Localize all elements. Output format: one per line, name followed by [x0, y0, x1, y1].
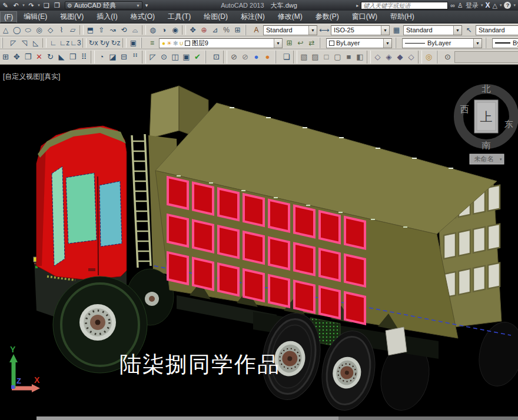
ucs-zaxis-icon[interactable]: ∟z — [59, 38, 70, 48]
array-icon[interactable]: ⠿ — [78, 51, 89, 64]
text-style-icon[interactable]: A — [251, 25, 262, 35]
layer-previous-icon[interactable]: ↩ — [295, 38, 306, 48]
viewcube-east[interactable]: 东 — [504, 119, 513, 129]
subtract-icon[interactable]: ◑ — [158, 25, 170, 35]
vs-realistic-icon[interactable]: ● — [251, 51, 262, 64]
layer-properties-icon[interactable]: ≡ — [147, 38, 158, 48]
command-window-grip-dark[interactable] — [338, 416, 518, 420]
lineweight-combo[interactable]: ByBlock — [492, 38, 518, 48]
ucs-face-icon[interactable]: ◺ — [30, 38, 41, 48]
viewcube-north[interactable]: 北 — [482, 84, 491, 94]
3d-array-rect-icon[interactable]: ⊞ — [0, 51, 11, 64]
table-style-combo[interactable]: Standard ▼ — [403, 25, 462, 35]
layer-translate-icon[interactable]: ⇄ — [306, 38, 317, 48]
signin-button[interactable]: 登录 — [466, 1, 479, 10]
menu-insert[interactable]: 插入(I) — [90, 11, 124, 23]
ucs-apply-icon[interactable]: ▣ — [128, 38, 139, 48]
vs-2d-wireframe-icon[interactable]: ⊘ — [228, 51, 240, 64]
new-file-icon[interactable]: ❏ — [41, 2, 52, 9]
text-style-combo[interactable]: Standard ▼ — [263, 25, 317, 35]
vs-conceptual-icon[interactable]: ● — [262, 51, 273, 64]
ucs-world-icon[interactable]: ◹ — [19, 38, 30, 48]
3d-mirror-icon[interactable]: ❐ — [22, 51, 34, 64]
chevron-down-icon[interactable]: ▼ — [274, 39, 282, 48]
search-binoculars-icon[interactable]: ∞ — [450, 2, 455, 9]
interference-icon[interactable]: ⊕ — [198, 25, 210, 35]
command-window-edge[interactable] — [0, 415, 518, 420]
ucs-origin-icon[interactable]: ∟ — [48, 38, 59, 48]
color-combo[interactable]: ByLayer ▼ — [326, 38, 392, 48]
sweep-icon[interactable]: ↝ — [107, 25, 118, 35]
viewcube-south[interactable]: 南 — [482, 140, 491, 150]
viewport-label[interactable]: [自定义视图][真实] — [3, 72, 60, 81]
toolbar-overflow-icon[interactable]: ▼ — [144, 3, 149, 8]
layer-combo[interactable]: ●☀✻∪ 图层9 ▼ — [159, 38, 283, 48]
pyramid-icon[interactable]: ◇ — [45, 25, 56, 35]
sphere-icon[interactable]: ◯ — [11, 25, 22, 35]
chevron-down-icon[interactable]: ▼ — [473, 39, 482, 48]
menu-help[interactable]: 帮助(H) — [384, 11, 421, 23]
presspull-icon[interactable]: ⇧ — [96, 25, 107, 35]
3d-rotate-icon[interactable]: ↻ — [45, 51, 56, 64]
ucs-z-rotate-icon[interactable]: ↻z — [110, 38, 121, 48]
zoom-realtime-icon[interactable]: ⊙ — [442, 51, 453, 64]
drawing-canvas[interactable]: 陆柒捌同学作品 [自定义视图][真实] X Y Z 北 西 东 南 — [0, 65, 518, 415]
vs-box-edges-icon[interactable]: ▢ — [332, 51, 343, 64]
color-edges-icon[interactable]: ⊙ — [158, 51, 170, 64]
3d-move2-icon[interactable]: ✥ — [11, 51, 22, 64]
imprint-icon[interactable]: ◸ — [147, 51, 158, 64]
section-plane-icon[interactable]: % — [221, 25, 232, 35]
helix-icon[interactable]: ⌇ — [56, 25, 67, 35]
revolve-icon[interactable]: ⟲ — [118, 25, 130, 35]
linetype-combo[interactable]: ByLayer ▼ — [402, 38, 482, 48]
viewport-freeze-icon[interactable]: ✻ — [173, 40, 178, 46]
menu-draw[interactable]: 绘图(D) — [197, 11, 234, 23]
vs-box-half-icon[interactable]: ◧ — [354, 51, 366, 64]
unlock-icon[interactable]: ∪ — [179, 40, 183, 46]
ucs-x-rotate-icon[interactable]: ↻x — [88, 38, 99, 48]
check-solid-icon[interactable]: ✔ — [192, 51, 203, 64]
visual-style-manager-icon[interactable]: ⊡ — [211, 51, 222, 64]
undo-icon[interactable]: ↶ — [11, 2, 21, 9]
vs-box-shaded-icon[interactable]: ▨ — [310, 51, 321, 64]
menu-dimension[interactable]: 标注(N) — [234, 11, 271, 23]
ucs-icon[interactable]: ◸ — [8, 38, 19, 48]
bulb-on-icon[interactable]: ● — [162, 40, 165, 46]
dim-style-icon[interactable]: ⟷ — [318, 25, 330, 35]
chevron-down-icon[interactable]: ▼ — [381, 26, 389, 35]
edge-gem2-icon[interactable]: ◈ — [383, 51, 394, 64]
edge-array-icon[interactable]: ⠛ — [130, 51, 141, 64]
chevron-down-icon[interactable]: ▼ — [308, 26, 317, 35]
mleader-style-icon[interactable]: ↖ — [463, 25, 474, 35]
menu-file[interactable]: (F) — [0, 11, 17, 23]
undo-caret-icon[interactable]: ▾ — [21, 3, 26, 8]
camera-icon[interactable]: ◎ — [423, 51, 434, 64]
a360-caret-icon[interactable]: ▾ — [500, 3, 502, 8]
redo-icon[interactable]: ↷ — [26, 2, 36, 9]
menu-edit[interactable]: 编辑(E) — [17, 11, 54, 23]
erase-icon[interactable]: ✕ — [34, 51, 45, 64]
search-input[interactable] — [361, 2, 448, 9]
menu-parametric[interactable]: 参数(P) — [309, 11, 346, 23]
view-name-caret-icon[interactable]: ▾ — [500, 157, 502, 161]
menu-tools[interactable]: 工具(T) — [161, 11, 197, 23]
signin-caret-icon[interactable]: ▾ — [481, 3, 483, 8]
extrude-icon[interactable]: ⬒ — [85, 25, 96, 35]
infocenter-flyout-icon[interactable]: ▸ — [356, 3, 358, 8]
workspace-dropdown[interactable]: ⚙ AutoCAD 经典 ▼ — [65, 1, 142, 9]
help-button[interactable]: ? — [504, 2, 511, 9]
sun-icon[interactable]: ☀ — [167, 40, 172, 46]
menu-view[interactable]: 视图(V) — [54, 11, 90, 23]
dim-style-combo[interactable]: ISO-25 ▼ — [331, 25, 390, 35]
render-presets-icon[interactable]: ❏ — [281, 51, 292, 64]
vs-box-wire-icon[interactable]: □ — [321, 51, 332, 64]
viewcube-top-label[interactable]: 上 — [480, 110, 493, 124]
menu-format[interactable]: 格式(O) — [124, 11, 161, 23]
exchange-apps-icon[interactable]: X — [485, 1, 490, 9]
autodesk360-icon[interactable]: △ — [493, 2, 497, 9]
intersect-icon[interactable]: ◉ — [170, 25, 181, 35]
layer-states-icon[interactable]: ⊞ — [284, 38, 295, 48]
chevron-down-icon[interactable]: ▼ — [383, 39, 391, 48]
3d-move-icon[interactable]: ✥ — [187, 25, 198, 35]
open-file-icon[interactable]: ❒ — [52, 2, 62, 9]
